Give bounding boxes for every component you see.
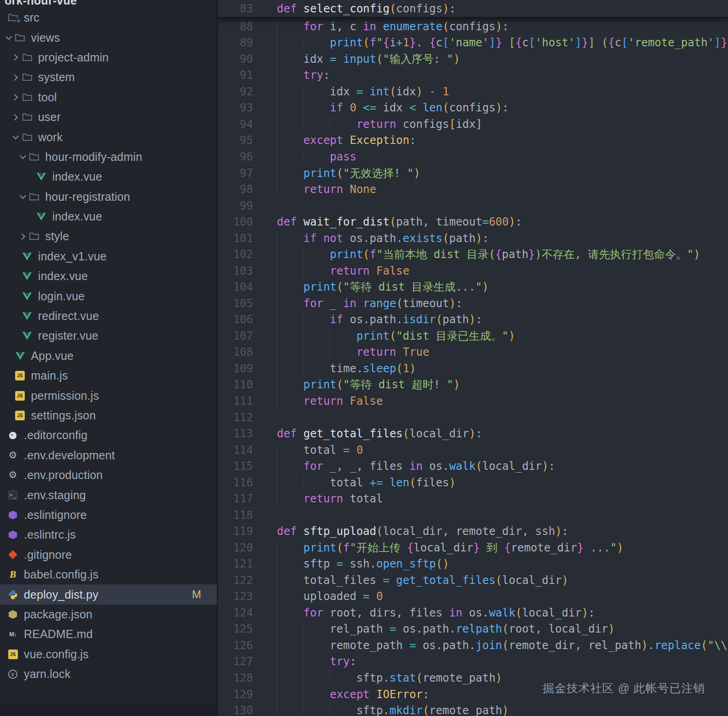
sticky-line[interactable]: 83def select_config(configs): [218, 0, 728, 17]
code-editor[interactable]: 83def select_config(configs): 88 for i, … [218, 0, 728, 716]
tree-item-work[interactable]: work [0, 127, 217, 147]
chevron-right-icon[interactable] [12, 53, 20, 61]
tree-item-index-vue[interactable]: index.vue [0, 266, 217, 286]
tree-item-src[interactable]: ‹/›src [0, 8, 217, 28]
code-line[interactable]: 127 try: [218, 654, 728, 670]
tree-item-babel-config-js[interactable]: Bbabel.config.js [0, 565, 217, 584]
project-root-row[interactable]: ork-hour-vue [0, 0, 217, 8]
project-root-label[interactable]: ork-hour-vue [0, 0, 77, 7]
tree-item-gitignore[interactable]: .gitignore [0, 545, 217, 565]
code-line[interactable]: 111 return False [218, 393, 728, 409]
tree-item-env-development[interactable]: ⚙.env.development [0, 446, 217, 465]
code-line[interactable]: 103 return False [218, 263, 728, 279]
tree-item-index-vue[interactable]: index.vue [0, 167, 217, 187]
code-line[interactable]: 100def wait_for_dist(path, timeout=600): [218, 214, 728, 230]
code-line[interactable]: 107 print("dist 目录已生成。") [218, 328, 728, 344]
code-line[interactable]: 119def sftp_upload(local_dir, remote_dir… [218, 523, 728, 540]
code-line[interactable]: 122 total_files = get_total_files(local_… [218, 572, 728, 589]
code-line[interactable]: 123 uploaded = 0 [218, 589, 728, 605]
code-line[interactable]: 90 idx = input("输入序号: ") [218, 51, 728, 67]
code-line[interactable]: 120 print(f"开始上传 {local_dir} 到 {remote_d… [218, 540, 728, 556]
line-number: 130 [218, 704, 277, 716]
code-lines-area[interactable]: 88 for i, c in enumerate(configs):89 pri… [218, 18, 728, 716]
indent-guide [277, 35, 277, 51]
code-line[interactable]: 125 rel_path = os.path.relpath(root, loc… [218, 621, 728, 638]
file-tree[interactable]: ‹/›srcviewsproject-adminsystemtooluserwo… [0, 8, 217, 684]
tree-item-permission-js[interactable]: JSpermission.js [0, 386, 217, 405]
code-line[interactable]: 104 print("等待 dist 目录生成...") [218, 279, 728, 296]
line-number: 114 [218, 444, 277, 457]
code-line[interactable]: 92 idx = int(idx) - 1 [218, 83, 728, 100]
chevron-right-icon[interactable] [12, 93, 20, 101]
chevron-down-icon[interactable] [19, 193, 28, 201]
code-line[interactable]: 116 total += len(files) [218, 474, 728, 491]
file-explorer-sidebar[interactable]: ork-hour-vue ‹/›srcviewsproject-adminsys… [0, 0, 218, 716]
tree-item-register-vue[interactable]: register.vue [0, 326, 217, 346]
tree-item-login-vue[interactable]: login.vue [0, 286, 217, 306]
code-line[interactable]: 88 for i, c in enumerate(configs): [218, 18, 728, 35]
chevron-right-icon[interactable] [12, 113, 20, 121]
chevron-right-icon[interactable] [19, 232, 28, 241]
code-line[interactable]: 118 [218, 507, 728, 523]
tree-item-user[interactable]: user [0, 107, 217, 127]
tree-item-hour-modify-admin[interactable]: hour-modify-admin [0, 147, 217, 167]
code-line[interactable]: 108 return True [218, 344, 728, 361]
code-line[interactable]: 95 except Exception: [218, 132, 728, 149]
tree-item-yarn-lock[interactable]: yyarn.lock [0, 664, 217, 684]
chevron-right-icon[interactable] [12, 73, 20, 82]
code-line[interactable]: 124 for root, dirs, files in os.walk(loc… [218, 605, 728, 621]
tree-item-label: yarn.lock [24, 667, 71, 681]
code-text: return None [277, 181, 728, 198]
code-line[interactable]: 121 sftp = ssh.open_sftp() [218, 556, 728, 573]
tree-item-env-staging[interactable]: >_.env.staging [0, 485, 217, 505]
tree-item-eslintignore[interactable]: .eslintignore [0, 505, 217, 525]
tree-item-vue-config-js[interactable]: JSvue.config.js [0, 644, 217, 664]
chevron-down-icon[interactable] [12, 133, 20, 141]
tree-item-views[interactable]: views [0, 28, 217, 47]
tree-item-redirect-vue[interactable]: redirect.vue [0, 306, 217, 326]
tree-item-deploy-dist-py[interactable]: deploy_dist.pyM [0, 584, 217, 604]
tree-item-editorconfig[interactable]: .editorconfig [0, 425, 217, 445]
tree-item-settings-json[interactable]: JSsettings.json [0, 406, 217, 425]
code-line[interactable]: 117 return total [218, 490, 728, 507]
tree-item-env-production[interactable]: ⚙.env.production [0, 465, 217, 485]
code-line[interactable]: 115 for _, _, files in os.walk(local_dir… [218, 458, 728, 474]
code-line[interactable]: 98 return None [218, 181, 728, 198]
code-text: return True [277, 344, 728, 361]
code-line[interactable]: 106 if os.path.isdir(path): [218, 312, 728, 328]
tree-item-tool[interactable]: tool [0, 88, 217, 107]
code-line[interactable]: 126 remote_path = os.path.join(remote_di… [218, 637, 728, 654]
code-line[interactable]: 89 print(f"{i+1}. {c['name']} [{c['host'… [218, 35, 728, 51]
code-line[interactable]: 109 time.sleep(1) [218, 360, 728, 377]
tree-item-main-js[interactable]: JSmain.js [0, 366, 217, 386]
tree-item-app-vue[interactable]: App.vue [0, 346, 217, 366]
code-line[interactable]: 130 sftp.mkdir(remote_path) [218, 702, 728, 716]
code-line[interactable]: 91 try: [218, 67, 728, 84]
code-line[interactable]: 101 if not os.path.exists(path): [218, 230, 728, 247]
tree-item-readme-md[interactable]: M↓README.md [0, 624, 217, 644]
tree-item-index-v1-vue[interactable]: index_v1.vue [0, 247, 217, 266]
code-line[interactable]: 93 if 0 <= idx < len(configs): [218, 100, 728, 116]
indent-guide [277, 295, 277, 312]
code-line[interactable]: 110 print("等待 dist 超时! ") [218, 377, 728, 393]
code-line[interactable]: 113def get_total_files(local_dir): [218, 425, 728, 442]
tree-item-index-vue[interactable]: index.vue [0, 207, 217, 226]
sticky-scroll-header[interactable]: 83def select_config(configs): [218, 0, 728, 18]
code-line[interactable]: 97 print("无效选择! ") [218, 165, 728, 182]
tree-item-hour-registration[interactable]: hour-registration [0, 187, 217, 207]
code-text: return False [277, 263, 728, 279]
tree-item-eslintrc-js[interactable]: .eslintrc.js [0, 525, 217, 545]
tree-item-system[interactable]: system [0, 67, 217, 87]
code-line[interactable]: 94 return configs[idx] [218, 116, 728, 132]
code-line[interactable]: 102 print(f"当前本地 dist 目录({path})不存在, 请先执… [218, 246, 728, 263]
code-line[interactable]: 96 pass [218, 149, 728, 165]
code-line[interactable]: 105 for _ in range(timeout): [218, 295, 728, 312]
tree-item-project-admin[interactable]: project-admin [0, 48, 217, 67]
code-line[interactable]: 112 [218, 409, 728, 426]
tree-item-package-json[interactable]: package.json [0, 605, 217, 624]
chevron-down-icon[interactable] [19, 153, 28, 161]
code-line[interactable]: 114 total = 0 [218, 442, 728, 458]
chevron-down-icon[interactable] [5, 33, 13, 42]
code-line[interactable]: 99 [218, 198, 728, 214]
tree-item-style[interactable]: style [0, 226, 217, 246]
